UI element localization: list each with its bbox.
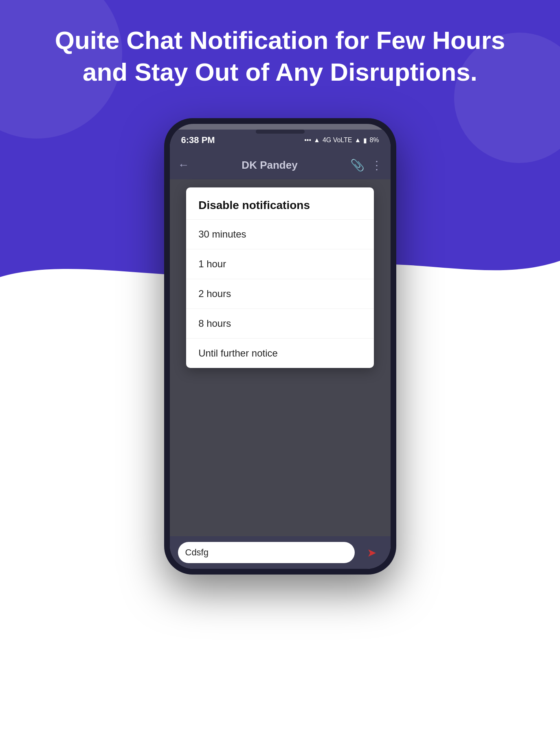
input-text: Cdsfg: [185, 547, 209, 558]
input-bar: Cdsfg ➤: [170, 536, 391, 569]
chat-header-icons: 📎 ⋮: [350, 159, 382, 172]
option-2-hours[interactable]: 2 hours: [186, 279, 374, 308]
modal-overlay[interactable]: Disable notifications 30 minutes 1 hour …: [170, 179, 391, 536]
network-label: 4G VoLTE: [323, 137, 352, 144]
disable-notifications-dialog: Disable notifications 30 minutes 1 hour …: [186, 187, 374, 368]
phone-screen: 6:38 PM ••• ▲ 4G VoLTE ▲ ▮ 8% ← DK Pande…: [170, 124, 391, 569]
network-signal-icon: ▲: [355, 137, 361, 144]
attachment-icon[interactable]: 📎: [350, 159, 365, 172]
chat-body: Disable notifications 30 minutes 1 hour …: [170, 179, 391, 536]
phone-wrapper: 6:38 PM ••• ▲ 4G VoLTE ▲ ▮ 8% ← DK Pande…: [164, 118, 396, 575]
option-1-hour[interactable]: 1 hour: [186, 249, 374, 279]
option-30-minutes[interactable]: 30 minutes: [186, 219, 374, 249]
chat-contact-name: DK Pandey: [198, 159, 342, 172]
status-icons: ••• ▲ 4G VoLTE ▲ ▮ 8%: [304, 137, 379, 144]
modal-title: Disable notifications: [186, 187, 374, 219]
more-options-icon[interactable]: ⋮: [371, 159, 382, 172]
back-button[interactable]: ←: [178, 159, 189, 172]
headline-text: Quite Chat Notification for Few Hours an…: [33, 24, 527, 88]
battery-icon: ▮: [363, 137, 367, 144]
signal-dots-icon: •••: [304, 137, 311, 144]
send-icon: ➤: [367, 546, 376, 559]
option-8-hours[interactable]: 8 hours: [186, 308, 374, 338]
battery-level: 8%: [369, 137, 379, 144]
phone-speaker: [256, 130, 305, 134]
headline-container: Quite Chat Notification for Few Hours an…: [0, 24, 560, 88]
message-input[interactable]: Cdsfg: [178, 542, 355, 563]
send-button[interactable]: ➤: [361, 542, 382, 563]
chat-header: ← DK Pandey 📎 ⋮: [170, 151, 391, 179]
phone-device: 6:38 PM ••• ▲ 4G VoLTE ▲ ▮ 8% ← DK Pande…: [164, 118, 396, 575]
status-time: 6:38 PM: [181, 135, 215, 145]
signal-bars-icon: ▲: [314, 137, 320, 144]
option-until-further-notice[interactable]: Until further notice: [186, 338, 374, 368]
